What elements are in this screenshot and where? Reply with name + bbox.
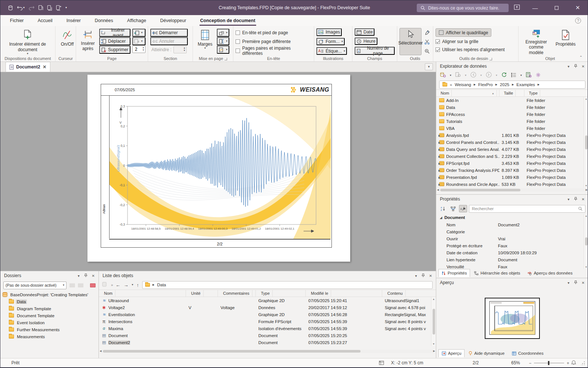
property-value[interactable]: Faux [498, 265, 584, 269]
new-object-icon[interactable] [102, 282, 108, 288]
undo-button[interactable]: ▾ [17, 5, 25, 10]
next-page-button[interactable]: ▾ [132, 37, 146, 45]
close-panel-icon[interactable]: ✕ [92, 274, 95, 278]
column-header-modified[interactable]: Modifié le [306, 290, 382, 297]
images-button[interactable]: Images [316, 28, 342, 36]
checkbox-icon[interactable] [236, 39, 240, 44]
collapse-triangle-icon[interactable]: ◢ [440, 216, 442, 219]
folder-back-icon[interactable] [69, 283, 75, 287]
checkbox-icon[interactable] [236, 31, 240, 35]
checkbox-icon[interactable] [435, 47, 440, 52]
page-number-field-button[interactable]: #Numéro de page [355, 47, 395, 55]
tree-item[interactable]: › Further Measurements [0, 326, 98, 333]
panel-menu-icon[interactable]: ▾ [568, 64, 570, 68]
show-values-toggle-icon[interactable]: c [459, 205, 467, 212]
property-row[interactable]: Date de création 10/09/2009 18:03:29 [436, 249, 584, 256]
column-header-comment[interactable]: Commentaires [218, 290, 256, 297]
status-page-indicator[interactable]: 2/2 [473, 360, 479, 365]
ultrasound-chart[interactable]: 0,30,20,10-0,1-0,2-0,318/01/2001 12:48:5… [110, 96, 331, 239]
close-panel-icon[interactable]: ✕ [582, 281, 585, 285]
property-value[interactable]: Document [498, 258, 584, 262]
date-field-button[interactable]: Date [355, 28, 374, 36]
tree-item[interactable]: › Event Isolation [0, 319, 98, 326]
shapes-button[interactable]: Form...▾ [316, 38, 345, 46]
insert-page-before-button[interactable]: Insérer avant [99, 29, 130, 37]
resize-grip[interactable] [581, 361, 585, 365]
eyedropper-tool-icon[interactable] [423, 29, 431, 37]
object-row[interactable]: ∗Voltage2 V Voltage Données 20/02/2017 1… [99, 304, 436, 311]
margins-button[interactable]: Marges▾ [195, 28, 215, 55]
object-list-horizontal-scrollbar[interactable]: ◀▶ [100, 349, 435, 353]
file-row[interactable]: Order Tracking Analysis.FPD 8.397 KB Fle… [436, 167, 588, 174]
forward-caret[interactable]: ▾ [496, 74, 497, 77]
pin-icon[interactable] [84, 273, 87, 278]
dialog-launcher-icon[interactable] [490, 58, 492, 60]
view-mode-icon[interactable] [511, 72, 516, 79]
notifications-bell-icon[interactable] [571, 360, 576, 367]
refresh-icon[interactable] [501, 72, 507, 79]
header-checkbox-row[interactable]: En-tête et pied de page [236, 29, 288, 36]
ribbon-tab[interactable]: Accueil [37, 15, 53, 26]
explorer-horizontal-scrollbar[interactable]: ◀▶ [437, 188, 588, 192]
help-icon[interactable]: ? [575, 18, 581, 24]
zoom-slider-handle[interactable] [548, 361, 549, 365]
folder-forward-icon[interactable] [78, 283, 83, 287]
object-list-vertical-scrollbar[interactable]: ▲▼ [431, 297, 436, 346]
ribbon-display-options-icon[interactable] [514, 4, 520, 12]
scissors-tool-icon[interactable] [423, 38, 431, 46]
cursor-onoff-button[interactable]: On/Off [58, 28, 77, 55]
delete-page-button[interactable]: Supprimer [99, 46, 130, 54]
checkbox-icon[interactable] [435, 39, 440, 44]
search-doc-caret[interactable]: ▾ [465, 74, 466, 77]
property-row[interactable]: Ouvrir Vrai [436, 235, 584, 242]
new-folder-icon[interactable] [90, 283, 96, 287]
pin-icon[interactable] [574, 280, 577, 285]
breadcrumb-item[interactable]: Weisang▶ [455, 82, 476, 87]
breadcrumb-label[interactable]: FlexPro [478, 82, 493, 87]
document-page[interactable]: 07/05/2025 WEISANG Adrian [87, 75, 350, 262]
file-row[interactable]: FPAccess File folder [436, 111, 588, 118]
file-row[interactable]: FPScript.fpd 3.453 KB FlexPro Project Da… [436, 160, 588, 167]
paste-format-icon-3[interactable] [56, 5, 62, 11]
object-row[interactable]: ≋Ultrasound Graphique 2D 07/05/2025 15:2… [99, 297, 436, 304]
breadcrumb-label[interactable]: Data [157, 283, 166, 287]
panel-menu-icon[interactable]: ▾ [568, 281, 570, 285]
property-row[interactable]: Verrouillé Faux [436, 263, 584, 269]
breadcrumb-collapse-icon[interactable]: « [450, 82, 452, 87]
property-value[interactable]: Document2 [498, 223, 584, 227]
object-row[interactable]: αMaxima Isolation d'événements 07/05/202… [99, 325, 436, 332]
maximize-button[interactable] [546, 0, 567, 15]
zoom-in-icon[interactable]: + [567, 361, 569, 366]
ribbon-tab[interactable]: Conception de document [200, 15, 256, 26]
subfolder-dropdown[interactable]: (Pas de sous-dossier activé)▾ [3, 282, 67, 289]
insert-page-after-button[interactable]: Insérer après [78, 28, 97, 55]
file-row[interactable]: Document Collection and S... 2.229 KB Fl… [436, 153, 588, 160]
back-icon[interactable] [470, 72, 476, 79]
close-panel-icon[interactable]: ✕ [582, 197, 585, 201]
search-document-icon[interactable] [455, 72, 461, 79]
properties-vertical-scrollbar[interactable]: ▲▼ [584, 214, 588, 269]
status-grid-icon[interactable] [379, 360, 384, 367]
pin-icon[interactable] [422, 273, 425, 278]
property-value[interactable]: 10/09/2009 18:03:29 [498, 251, 584, 255]
drawing-checkbox-row[interactable]: Utiliser les repères d'alignement [435, 46, 505, 54]
data-source-caret[interactable]: ▾ [450, 74, 451, 77]
tab-properties[interactable]: Propriétés [438, 269, 470, 277]
insert-document-element-button[interactable]: Insérer élément de document▾ [3, 28, 53, 55]
section-cancel-button[interactable]: Annuler [150, 37, 188, 45]
file-row[interactable]: Add-In File folder [436, 97, 588, 104]
ribbon-tab[interactable]: Affichage [126, 15, 147, 26]
pin-icon[interactable] [574, 64, 577, 69]
ribbon-tab[interactable]: Données [94, 15, 114, 26]
explorer-breadcrumb[interactable]: « Weisang▶FlexPro▶2025▶Examples▶ [439, 81, 585, 89]
tree-item[interactable]: › Document Template [0, 312, 98, 319]
panel-menu-icon[interactable]: ▾ [568, 197, 570, 201]
header-checkbox-row[interactable]: Première page différente [236, 38, 291, 45]
property-value[interactable]: Vrai [498, 237, 584, 241]
ribbon-tab[interactable]: Développeur [159, 15, 187, 26]
checkbox-icon[interactable] [236, 49, 240, 53]
save-project-icon[interactable] [8, 5, 13, 11]
column-header-unit[interactable]: Unité [186, 290, 218, 297]
history-caret-icon[interactable]: ▾ [132, 283, 133, 286]
panel-menu-icon[interactable]: ▾ [78, 274, 80, 278]
